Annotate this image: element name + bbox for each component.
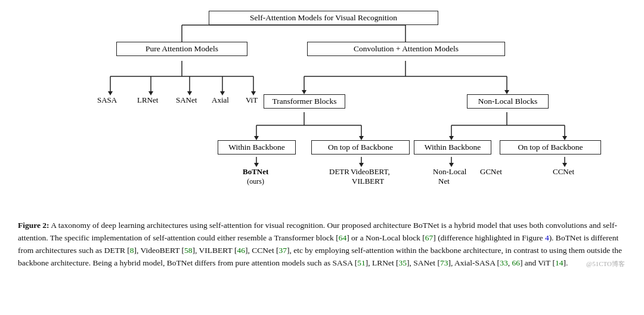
- svg-marker-13: [220, 91, 225, 95]
- ontop-backbone-transformer: On top of Backbone: [311, 140, 410, 155]
- ref-58: 58: [184, 246, 193, 255]
- ours-text: (ours): [247, 177, 264, 186]
- svg-marker-35: [254, 163, 259, 167]
- ref-33: 33: [500, 258, 508, 267]
- nonlocal-node: Non-Local Blocks: [467, 94, 549, 109]
- nonlocal-net-label: Non-Local: [433, 167, 466, 177]
- lrnet-label: LRNet: [137, 95, 158, 105]
- figure-label: Figure 2:: [18, 221, 49, 230]
- ref-35: 35: [399, 258, 407, 267]
- svg-marker-33: [562, 136, 567, 140]
- ref-8: 8: [130, 246, 134, 255]
- svg-marker-31: [449, 136, 454, 140]
- svg-marker-27: [359, 136, 364, 140]
- transformer-node: Transformer Blocks: [264, 94, 345, 109]
- videobert-label: VideoBERT,: [351, 167, 390, 177]
- detr-label: DETR: [329, 167, 349, 177]
- ref-51: 51: [357, 258, 366, 267]
- svg-marker-25: [254, 136, 259, 140]
- watermark: @51CTO博客: [586, 260, 625, 268]
- vilbert-label: VILBERT: [352, 177, 384, 186]
- svg-marker-9: [148, 91, 153, 95]
- svg-marker-37: [359, 163, 364, 167]
- ref-64: 64: [339, 233, 347, 242]
- svg-marker-15: [251, 91, 256, 95]
- taxonomy-diagram: Self-Attention Models for Visual Recogni…: [36, 6, 608, 209]
- pure-attention-node: Pure Attention Models: [116, 42, 247, 56]
- svg-marker-19: [302, 90, 306, 94]
- sanet-label: SANet: [176, 95, 197, 105]
- svg-marker-39: [449, 163, 454, 167]
- sasa-label: SASA: [97, 95, 117, 105]
- axial-label: Axial: [212, 95, 229, 105]
- within-backbone-nonlocal: Within Backbone: [414, 140, 491, 155]
- svg-marker-7: [108, 91, 113, 95]
- ccnet-label: CCNet: [553, 167, 574, 177]
- svg-marker-41: [562, 163, 567, 167]
- ref-66: 66: [512, 258, 520, 267]
- botnet-text: BoTNet: [243, 167, 268, 176]
- within-backbone-transformer: Within Backbone: [218, 140, 296, 155]
- svg-marker-21: [504, 90, 509, 94]
- net-label: Net: [438, 177, 450, 186]
- ref-73: 73: [440, 258, 448, 267]
- ref-37: 37: [279, 246, 287, 255]
- vit-label: ViT: [246, 95, 258, 105]
- ref-14: 14: [555, 258, 564, 267]
- botnet-label: BoTNet (ours): [243, 167, 268, 186]
- ref-46: 46: [237, 246, 245, 255]
- conv-attention-node: Convolution + Attention Models: [307, 42, 505, 56]
- ref-fig4: 4: [545, 233, 549, 242]
- ref-67: 67: [425, 233, 434, 242]
- ontop-backbone-nonlocal: On top of Backbone: [500, 140, 601, 155]
- root-node: Self-Attention Models for Visual Recogni…: [209, 11, 438, 25]
- svg-marker-11: [187, 91, 192, 95]
- figure-caption: Figure 2: A taxonomy of deep learning ar…: [18, 220, 626, 270]
- gcnet-label: GCNet: [480, 167, 502, 177]
